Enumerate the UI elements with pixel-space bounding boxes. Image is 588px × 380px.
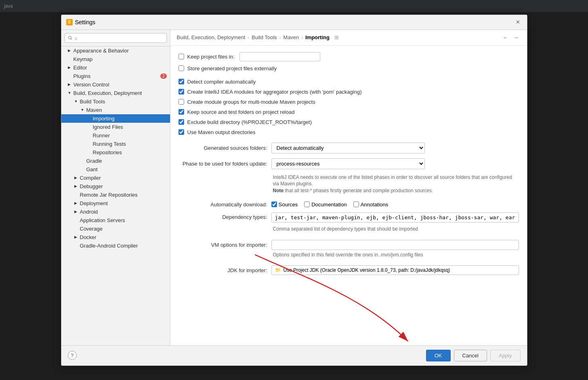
sidebar-item-ignored-files[interactable]: Ignored Files [61, 123, 170, 131]
dep-types-input[interactable] [271, 212, 519, 223]
sidebar-item-runner[interactable]: Runner [61, 131, 170, 140]
search-box [61, 30, 170, 46]
gen-sources-label: Generated sources folders: [178, 145, 267, 151]
jdk-row: JDK for importer: 📁 Use Project JDK (Ora… [178, 265, 519, 275]
phase-row: Phase to be used for folders update: pro… [178, 158, 519, 169]
sidebar-item-debugger[interactable]: ▶ Debugger [61, 182, 170, 191]
create-modules-checkbox[interactable] [178, 89, 184, 94]
jdk-icon: 📁 [275, 267, 281, 273]
sidebar-item-running-tests[interactable]: Running Tests [61, 140, 170, 148]
breadcrumb-part-1: Build, Execution, Deployment [177, 34, 246, 40]
expand-arrow-appearance: ▶ [68, 48, 72, 52]
breadcrumb: Build, Execution, Deployment › Build Too… [177, 34, 339, 40]
nav-back-button[interactable]: ← [501, 33, 510, 42]
keep-project-checkbox[interactable] [178, 54, 184, 59]
settings-sidebar: ▶ Appearance & Behavior Keymap ▶ Editor [61, 30, 170, 345]
sidebar-item-maven[interactable]: ▼ Maven [61, 106, 170, 114]
vm-hint: Options specified in this field override… [273, 252, 519, 258]
expand-arrow-maven: ▼ [81, 108, 85, 112]
vm-input[interactable] [271, 240, 519, 250]
phase-info-text: IntelliJ IDEA needs to execute one of th… [273, 174, 519, 194]
sidebar-item-docker[interactable]: ▶ Docker [61, 233, 170, 241]
help-button[interactable]: ? [68, 351, 77, 360]
nav-forward-button[interactable]: → [512, 33, 521, 42]
sidebar-item-compiler[interactable]: ▶ Compiler [61, 174, 170, 182]
footer-right: OK Cancel Apply [426, 350, 521, 361]
expand-arrow-compiler: ▶ [74, 176, 78, 180]
sidebar-item-remote-jar[interactable]: Remote Jar Repositories [61, 191, 170, 199]
dialog-titlebar: S Settings × [61, 15, 527, 30]
sources-label: Sources [279, 202, 298, 208]
sidebar-item-build-exec[interactable]: ▼ Build, Execution, Deployment [61, 89, 170, 97]
sidebar-item-coverage[interactable]: Coverage [61, 225, 170, 233]
breadcrumb-sep-3: › [301, 35, 303, 40]
breadcrumb-options-icon: ⊞ [334, 34, 339, 40]
use-maven-row: Use Maven output directories [178, 129, 519, 135]
close-button[interactable]: × [514, 18, 522, 26]
create-groups-row: Create module groups for multi-module Ma… [178, 99, 519, 105]
auto-download-row: Automatically download: Sources Document… [178, 202, 519, 208]
sidebar-item-android[interactable]: ▶ Android [61, 208, 170, 216]
dialog-footer: ? OK Cancel Apply [61, 345, 527, 365]
documentation-checkbox[interactable] [304, 202, 310, 207]
breadcrumb-nav: ← → [501, 33, 521, 42]
gen-sources-select[interactable]: Detect automatically Each generated sour… [271, 143, 425, 153]
sources-checkbox[interactable] [271, 202, 277, 207]
sidebar-item-keymap[interactable]: Keymap [61, 55, 170, 63]
detect-compiler-label: Detect compiler automatically [187, 79, 256, 85]
detect-compiler-checkbox[interactable] [178, 79, 184, 84]
keep-source-label: Keep source and test folders on project … [187, 109, 295, 115]
note-bold: Note [273, 188, 284, 193]
keep-project-input[interactable] [239, 52, 320, 61]
create-groups-checkbox[interactable] [178, 99, 184, 105]
store-generated-checkbox[interactable] [178, 65, 184, 71]
gen-sources-row: Generated sources folders: Detect automa… [178, 143, 519, 153]
exclude-build-label: Exclude build directory (%PROJECT_ROOT%/… [187, 119, 312, 125]
sidebar-item-appearance[interactable]: ▶ Appearance & Behavior [61, 46, 170, 55]
exclude-build-row: Exclude build directory (%PROJECT_ROOT%/… [178, 119, 519, 125]
vm-label: VM options for importer: [178, 242, 267, 248]
search-input[interactable] [65, 33, 167, 43]
use-maven-checkbox[interactable] [178, 129, 184, 135]
sidebar-item-editor[interactable]: ▶ Editor [61, 63, 170, 72]
sidebar-item-deployment[interactable]: ▶ Deployment [61, 199, 170, 208]
documentation-label: Documentation [311, 202, 346, 208]
ok-button[interactable]: OK [426, 350, 451, 361]
sidebar-item-build-tools[interactable]: ▼ Build Tools [61, 97, 170, 106]
breadcrumb-bar: Build, Execution, Deployment › Build Too… [170, 30, 527, 46]
expand-arrow-editor: ▶ [68, 65, 72, 69]
create-modules-label: Create IntelliJ IDEA modules for aggrega… [187, 89, 362, 95]
create-groups-label: Create module groups for multi-module Ma… [187, 99, 315, 105]
keep-source-checkbox[interactable] [178, 109, 184, 115]
vm-row: VM options for importer: [178, 240, 519, 250]
sources-item: Sources [271, 202, 298, 208]
annotations-checkbox[interactable] [353, 202, 359, 207]
footer-left: ? [68, 351, 77, 360]
sidebar-item-gradle[interactable]: Gradle [61, 157, 170, 165]
sidebar-item-vcs[interactable]: ▶ Version Control [61, 80, 170, 89]
cancel-button[interactable]: Cancel [454, 350, 487, 361]
phase-wrap: process-resources process-test-resources… [271, 158, 425, 169]
content-area: Build, Execution, Deployment › Build Too… [170, 30, 527, 345]
keep-project-label: Keep project files in: [187, 54, 235, 60]
jdk-label: JDK for importer: [178, 267, 267, 273]
breadcrumb-current: Importing [305, 34, 330, 40]
phase-select[interactable]: process-resources process-test-resources… [271, 158, 425, 169]
plugins-badge: 2 [160, 73, 167, 79]
sidebar-item-repositories[interactable]: Repositories [61, 148, 170, 157]
content-scroll: Keep project files in: Store generated p… [170, 46, 527, 345]
expand-arrow-deployment: ▶ [74, 201, 78, 205]
dep-types-label: Dependency types: [178, 212, 267, 220]
sidebar-item-gradle-android[interactable]: Gradle-Android Compiler [61, 241, 170, 250]
sidebar-item-app-servers[interactable]: Application Servers [61, 216, 170, 225]
sidebar-item-importing[interactable]: Importing [61, 114, 170, 123]
exclude-build-checkbox[interactable] [178, 119, 184, 125]
expand-arrow-docker: ▶ [74, 235, 78, 239]
apply-button[interactable]: Apply [490, 350, 521, 361]
annotations-item: Annotations [353, 202, 388, 208]
sidebar-item-plugins[interactable]: Plugins 2 [61, 72, 170, 80]
breadcrumb-part-3: Maven [283, 34, 299, 40]
breadcrumb-sep-2: › [279, 35, 281, 40]
jdk-selector[interactable]: 📁 Use Project JDK (Oracle OpenJDK versio… [271, 265, 519, 275]
sidebar-item-gant[interactable]: Gant [61, 165, 170, 174]
